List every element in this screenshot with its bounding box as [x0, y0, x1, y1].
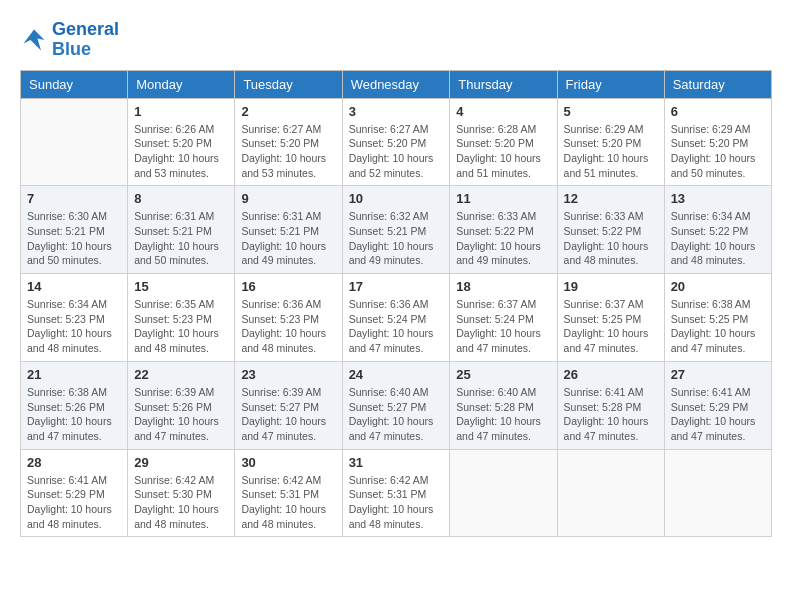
calendar-cell: 1Sunrise: 6:26 AM Sunset: 5:20 PM Daylig…: [128, 98, 235, 186]
day-number: 25: [456, 367, 550, 382]
weekday-header: Tuesday: [235, 70, 342, 98]
calendar-cell: 18Sunrise: 6:37 AM Sunset: 5:24 PM Dayli…: [450, 274, 557, 362]
day-info: Sunrise: 6:37 AM Sunset: 5:24 PM Dayligh…: [456, 297, 550, 356]
day-info: Sunrise: 6:41 AM Sunset: 5:29 PM Dayligh…: [671, 385, 765, 444]
day-info: Sunrise: 6:36 AM Sunset: 5:23 PM Dayligh…: [241, 297, 335, 356]
day-number: 20: [671, 279, 765, 294]
calendar-cell: 13Sunrise: 6:34 AM Sunset: 5:22 PM Dayli…: [664, 186, 771, 274]
day-info: Sunrise: 6:42 AM Sunset: 5:30 PM Dayligh…: [134, 473, 228, 532]
day-info: Sunrise: 6:42 AM Sunset: 5:31 PM Dayligh…: [349, 473, 444, 532]
calendar-cell: 11Sunrise: 6:33 AM Sunset: 5:22 PM Dayli…: [450, 186, 557, 274]
calendar-week-row: 14Sunrise: 6:34 AM Sunset: 5:23 PM Dayli…: [21, 274, 772, 362]
day-info: Sunrise: 6:27 AM Sunset: 5:20 PM Dayligh…: [349, 122, 444, 181]
day-number: 5: [564, 104, 658, 119]
day-info: Sunrise: 6:34 AM Sunset: 5:23 PM Dayligh…: [27, 297, 121, 356]
calendar-cell: 21Sunrise: 6:38 AM Sunset: 5:26 PM Dayli…: [21, 361, 128, 449]
day-info: Sunrise: 6:40 AM Sunset: 5:28 PM Dayligh…: [456, 385, 550, 444]
day-info: Sunrise: 6:31 AM Sunset: 5:21 PM Dayligh…: [134, 209, 228, 268]
calendar-cell: 26Sunrise: 6:41 AM Sunset: 5:28 PM Dayli…: [557, 361, 664, 449]
weekday-header: Friday: [557, 70, 664, 98]
day-number: 14: [27, 279, 121, 294]
weekday-header: Wednesday: [342, 70, 450, 98]
calendar-cell: 12Sunrise: 6:33 AM Sunset: 5:22 PM Dayli…: [557, 186, 664, 274]
calendar-cell: 5Sunrise: 6:29 AM Sunset: 5:20 PM Daylig…: [557, 98, 664, 186]
day-info: Sunrise: 6:35 AM Sunset: 5:23 PM Dayligh…: [134, 297, 228, 356]
calendar-cell: 17Sunrise: 6:36 AM Sunset: 5:24 PM Dayli…: [342, 274, 450, 362]
calendar-cell: 6Sunrise: 6:29 AM Sunset: 5:20 PM Daylig…: [664, 98, 771, 186]
day-number: 29: [134, 455, 228, 470]
day-number: 18: [456, 279, 550, 294]
day-number: 1: [134, 104, 228, 119]
day-info: Sunrise: 6:29 AM Sunset: 5:20 PM Dayligh…: [671, 122, 765, 181]
weekday-header: Monday: [128, 70, 235, 98]
day-number: 27: [671, 367, 765, 382]
calendar-cell: 29Sunrise: 6:42 AM Sunset: 5:30 PM Dayli…: [128, 449, 235, 537]
calendar-cell: 25Sunrise: 6:40 AM Sunset: 5:28 PM Dayli…: [450, 361, 557, 449]
day-info: Sunrise: 6:41 AM Sunset: 5:29 PM Dayligh…: [27, 473, 121, 532]
calendar-cell: 15Sunrise: 6:35 AM Sunset: 5:23 PM Dayli…: [128, 274, 235, 362]
day-number: 6: [671, 104, 765, 119]
day-info: Sunrise: 6:36 AM Sunset: 5:24 PM Dayligh…: [349, 297, 444, 356]
logo: General Blue: [20, 20, 119, 60]
day-number: 21: [27, 367, 121, 382]
calendar-cell: 24Sunrise: 6:40 AM Sunset: 5:27 PM Dayli…: [342, 361, 450, 449]
calendar-cell: 22Sunrise: 6:39 AM Sunset: 5:26 PM Dayli…: [128, 361, 235, 449]
calendar-cell: 16Sunrise: 6:36 AM Sunset: 5:23 PM Dayli…: [235, 274, 342, 362]
calendar-cell: 19Sunrise: 6:37 AM Sunset: 5:25 PM Dayli…: [557, 274, 664, 362]
calendar-cell: 9Sunrise: 6:31 AM Sunset: 5:21 PM Daylig…: [235, 186, 342, 274]
calendar-cell: 2Sunrise: 6:27 AM Sunset: 5:20 PM Daylig…: [235, 98, 342, 186]
calendar-header-row: SundayMondayTuesdayWednesdayThursdayFrid…: [21, 70, 772, 98]
weekday-header: Thursday: [450, 70, 557, 98]
calendar-week-row: 28Sunrise: 6:41 AM Sunset: 5:29 PM Dayli…: [21, 449, 772, 537]
day-info: Sunrise: 6:37 AM Sunset: 5:25 PM Dayligh…: [564, 297, 658, 356]
day-info: Sunrise: 6:32 AM Sunset: 5:21 PM Dayligh…: [349, 209, 444, 268]
day-number: 26: [564, 367, 658, 382]
calendar-cell: 30Sunrise: 6:42 AM Sunset: 5:31 PM Dayli…: [235, 449, 342, 537]
day-number: 13: [671, 191, 765, 206]
day-info: Sunrise: 6:26 AM Sunset: 5:20 PM Dayligh…: [134, 122, 228, 181]
calendar-cell: 10Sunrise: 6:32 AM Sunset: 5:21 PM Dayli…: [342, 186, 450, 274]
calendar-cell: 7Sunrise: 6:30 AM Sunset: 5:21 PM Daylig…: [21, 186, 128, 274]
day-info: Sunrise: 6:28 AM Sunset: 5:20 PM Dayligh…: [456, 122, 550, 181]
weekday-header: Sunday: [21, 70, 128, 98]
day-number: 31: [349, 455, 444, 470]
calendar-week-row: 21Sunrise: 6:38 AM Sunset: 5:26 PM Dayli…: [21, 361, 772, 449]
calendar-cell: 28Sunrise: 6:41 AM Sunset: 5:29 PM Dayli…: [21, 449, 128, 537]
day-number: 4: [456, 104, 550, 119]
day-info: Sunrise: 6:30 AM Sunset: 5:21 PM Dayligh…: [27, 209, 121, 268]
day-number: 17: [349, 279, 444, 294]
day-number: 15: [134, 279, 228, 294]
calendar-cell: 4Sunrise: 6:28 AM Sunset: 5:20 PM Daylig…: [450, 98, 557, 186]
day-number: 3: [349, 104, 444, 119]
day-number: 22: [134, 367, 228, 382]
day-info: Sunrise: 6:33 AM Sunset: 5:22 PM Dayligh…: [456, 209, 550, 268]
day-number: 7: [27, 191, 121, 206]
calendar-cell: 20Sunrise: 6:38 AM Sunset: 5:25 PM Dayli…: [664, 274, 771, 362]
day-number: 9: [241, 191, 335, 206]
calendar-cell: 23Sunrise: 6:39 AM Sunset: 5:27 PM Dayli…: [235, 361, 342, 449]
calendar-cell: [557, 449, 664, 537]
day-number: 23: [241, 367, 335, 382]
day-number: 30: [241, 455, 335, 470]
day-info: Sunrise: 6:39 AM Sunset: 5:27 PM Dayligh…: [241, 385, 335, 444]
day-info: Sunrise: 6:39 AM Sunset: 5:26 PM Dayligh…: [134, 385, 228, 444]
day-info: Sunrise: 6:33 AM Sunset: 5:22 PM Dayligh…: [564, 209, 658, 268]
day-info: Sunrise: 6:41 AM Sunset: 5:28 PM Dayligh…: [564, 385, 658, 444]
day-number: 10: [349, 191, 444, 206]
calendar-week-row: 1Sunrise: 6:26 AM Sunset: 5:20 PM Daylig…: [21, 98, 772, 186]
logo-text: General Blue: [52, 20, 119, 60]
day-info: Sunrise: 6:38 AM Sunset: 5:26 PM Dayligh…: [27, 385, 121, 444]
svg-marker-0: [24, 29, 45, 50]
day-number: 8: [134, 191, 228, 206]
calendar-table: SundayMondayTuesdayWednesdayThursdayFrid…: [20, 70, 772, 538]
logo-icon: [20, 26, 48, 54]
calendar-week-row: 7Sunrise: 6:30 AM Sunset: 5:21 PM Daylig…: [21, 186, 772, 274]
day-info: Sunrise: 6:29 AM Sunset: 5:20 PM Dayligh…: [564, 122, 658, 181]
calendar-cell: [21, 98, 128, 186]
day-info: Sunrise: 6:40 AM Sunset: 5:27 PM Dayligh…: [349, 385, 444, 444]
day-number: 12: [564, 191, 658, 206]
day-number: 28: [27, 455, 121, 470]
day-number: 2: [241, 104, 335, 119]
day-number: 11: [456, 191, 550, 206]
day-number: 24: [349, 367, 444, 382]
